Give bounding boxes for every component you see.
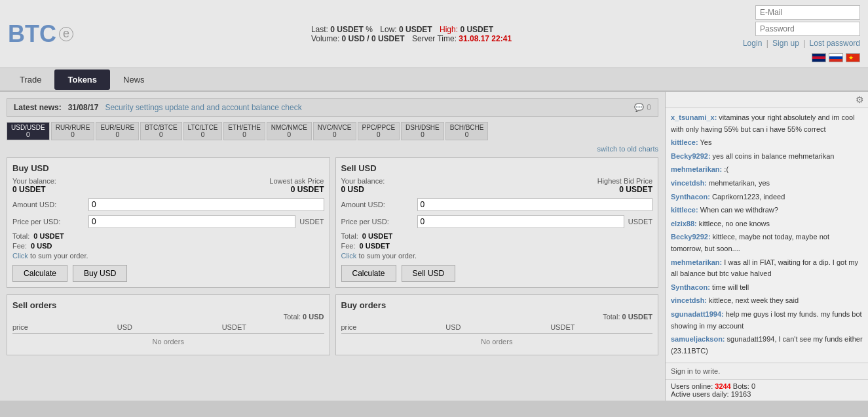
news-link1[interactable]: Security settings update and bbox=[105, 103, 204, 112]
chat-gear-icon[interactable]: ⚙ bbox=[856, 94, 864, 105]
sell-price-input[interactable] bbox=[417, 215, 624, 228]
chat-text: time will tell bbox=[710, 283, 749, 291]
header-stats: Last: 0 USDET % Low: 0 USDET High: 0 USD… bbox=[311, 25, 512, 43]
comment-icon: 💬 bbox=[634, 103, 644, 112]
buy-amount-row: Amount USD: bbox=[12, 198, 324, 211]
buy-fee-row: Fee: 0 USD bbox=[12, 242, 324, 250]
password-input[interactable] bbox=[755, 22, 860, 36]
nav-tokens[interactable]: Tokens bbox=[54, 70, 110, 90]
sign-in-link[interactable]: Sign in to write. bbox=[671, 367, 720, 375]
flag-english[interactable] bbox=[812, 53, 826, 62]
pair-tab-usd-usde[interactable]: USD/USDE0 bbox=[7, 122, 50, 140]
login-link[interactable]: Login bbox=[743, 39, 762, 48]
sell-panel: Sell USD Your balance: 0 USD Highest Bid… bbox=[335, 157, 659, 288]
buy-total-val: 0 USDET bbox=[33, 232, 64, 240]
chat-scroll-area: x_tsunami_x: vitaminas your right absolu… bbox=[666, 108, 868, 363]
main: Latest news: 31/08/17 Security settings … bbox=[0, 92, 868, 401]
sell-orders-header: price USD USDET bbox=[12, 323, 324, 334]
sell-calculate-btn[interactable]: Calculate bbox=[341, 265, 396, 282]
high-value: 0 USDET bbox=[460, 25, 493, 34]
flag-chinese[interactable] bbox=[846, 53, 860, 62]
logo: BTC e bbox=[8, 20, 73, 48]
pair-tab-ppc-ppce[interactable]: PPC/PPCE0 bbox=[358, 122, 400, 140]
chat-footer: Sign in to write. bbox=[666, 363, 868, 379]
buy-panel: Buy USD Your balance: 0 USDET Lowest ask… bbox=[7, 157, 330, 288]
chat-username: vincetdsh: bbox=[671, 179, 707, 187]
sell-total-row: Total: 0 USDET bbox=[341, 232, 653, 240]
volume-label: Volume: bbox=[311, 34, 339, 43]
sell-total-val: 0 USDET bbox=[362, 232, 392, 240]
buy-col-price: price bbox=[341, 323, 443, 331]
sell-balance-val: 0 USD bbox=[341, 185, 364, 194]
chat-username: vincetdsh: bbox=[671, 296, 707, 304]
high-label: High: bbox=[440, 25, 458, 34]
pair-tab-eur-eure[interactable]: EUR/EURE0 bbox=[96, 122, 139, 140]
sell-click-link[interactable]: Click bbox=[341, 252, 357, 260]
chat-message: samueljackson: sgunadatt1994, I can't se… bbox=[671, 334, 863, 357]
pair-tab-dsh-dshe[interactable]: DSH/DSHE0 bbox=[401, 122, 444, 140]
buy-orders-panel: Buy orders Total: 0 USDET price USD USDE… bbox=[335, 294, 659, 355]
sell-amount-label: Amount USD: bbox=[341, 201, 413, 208]
active-users-count: 19163 bbox=[731, 390, 751, 398]
chat-username: mehmetarikan: bbox=[671, 258, 722, 266]
chat-text: When can we withdraw? bbox=[698, 206, 778, 214]
buy-fee-label: Fee: bbox=[12, 242, 27, 250]
pair-tab-btc-btce[interactable]: BTC/BTCE0 bbox=[140, 122, 181, 140]
chat-username: mehmetarikan: bbox=[671, 165, 722, 173]
buy-balance-label: Your balance: bbox=[12, 177, 56, 185]
chat-message: Synthacon: time will tell bbox=[671, 282, 863, 294]
news-label: Latest news: bbox=[14, 103, 62, 112]
buy-total-label: Total: bbox=[12, 232, 29, 240]
sell-orders-total-val: 0 USD bbox=[303, 313, 324, 321]
nav-news[interactable]: News bbox=[110, 70, 158, 90]
pair-tab-eth-ethe[interactable]: ETH/ETHE0 bbox=[223, 122, 265, 140]
chat-text: Caprikorn1223, indeed bbox=[710, 193, 785, 201]
flags bbox=[812, 53, 860, 62]
switch-link[interactable]: switch to old charts bbox=[597, 145, 658, 153]
buy-calculate-btn[interactable]: Calculate bbox=[12, 265, 67, 282]
pair-tab-ltc-ltce[interactable]: LTC/LTCE0 bbox=[183, 122, 223, 140]
email-input[interactable] bbox=[755, 5, 860, 20]
chat-message: kittlece: When can we withdraw? bbox=[671, 205, 863, 216]
signup-link[interactable]: Sign up bbox=[772, 39, 799, 48]
sell-action-btn[interactable]: Sell USD bbox=[402, 265, 456, 282]
sell-balance-row: Your balance: 0 USD Highest Bid Price 0 … bbox=[341, 177, 653, 194]
pair-tab-bch-bche[interactable]: BCH/BCHE0 bbox=[445, 122, 489, 140]
flag-russian[interactable] bbox=[829, 53, 843, 62]
buy-click-link[interactable]: Click bbox=[12, 252, 28, 260]
users-online-count: 3244 bbox=[715, 382, 730, 390]
switch-link-container: switch to old charts bbox=[7, 144, 658, 153]
buy-no-orders: No orders bbox=[341, 334, 653, 349]
chat-text: kittlece, no one knows bbox=[697, 220, 770, 228]
sell-col-price: price bbox=[12, 323, 115, 331]
pair-tab-nvc-nvce[interactable]: NVC/NVCE0 bbox=[313, 122, 356, 140]
low-value: 0 USDET bbox=[399, 25, 432, 34]
chat-message: x_tsunami_x: vitaminas your right absolu… bbox=[671, 112, 863, 135]
pair-tabs: USD/USDE0RUR/RURE0EUR/EURE0BTC/BTCE0LTC/… bbox=[7, 122, 658, 140]
buy-col-usdet: USDET bbox=[550, 323, 652, 331]
buy-fee-val: 0 USD bbox=[31, 242, 52, 250]
pair-tab-rur-rure[interactable]: RUR/RURE0 bbox=[51, 122, 95, 140]
sell-amount-input[interactable] bbox=[417, 198, 653, 211]
news-comment: 💬 0 bbox=[634, 103, 651, 112]
chat-text: mehmetarikan, yes bbox=[707, 179, 770, 187]
logo-btc: BTC bbox=[8, 20, 56, 48]
users-bar: Users online: 3244 Bots: 0 Active users … bbox=[666, 379, 868, 401]
lost-password-link[interactable]: Lost password bbox=[810, 39, 860, 48]
buy-balance-val: 0 USDET bbox=[12, 185, 46, 194]
pair-tab-nmc-nmce[interactable]: NMC/NMCE0 bbox=[267, 122, 312, 140]
low-label: Low: bbox=[380, 25, 396, 34]
percent: % bbox=[366, 25, 373, 34]
news-link2[interactable]: account balance check bbox=[222, 103, 302, 112]
buy-price-input[interactable] bbox=[88, 215, 295, 228]
sell-price-row: Price per USD: USDET bbox=[341, 215, 653, 228]
auth-inputs bbox=[755, 5, 860, 36]
buy-amount-input[interactable] bbox=[88, 198, 324, 211]
buy-col-usd: USD bbox=[445, 323, 548, 331]
buy-action-btn[interactable]: Buy USD bbox=[73, 265, 127, 282]
nav-trade[interactable]: Trade bbox=[7, 70, 54, 90]
buy-price-label: Price per USD: bbox=[12, 218, 85, 226]
logo-e: e bbox=[59, 27, 73, 41]
comment-count: 0 bbox=[647, 103, 651, 112]
buy-orders-total: Total: 0 USDET bbox=[341, 313, 653, 321]
